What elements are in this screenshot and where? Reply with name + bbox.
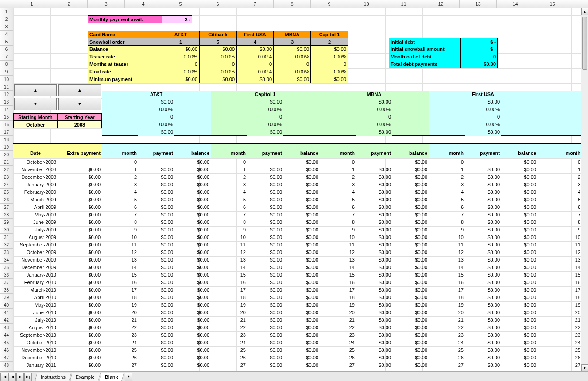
extra-payment-cell[interactable]: $0.00: [58, 256, 102, 264]
row-header[interactable]: 12: [0, 91, 13, 98]
card-body-cell[interactable]: 0: [236, 61, 274, 68]
row-header[interactable]: 31: [0, 234, 13, 241]
starting-month-value[interactable]: October: [13, 121, 58, 128]
row-header[interactable]: 32: [0, 241, 13, 249]
snowball-order-cell[interactable]: 3: [274, 38, 311, 46]
year-up-button[interactable]: ▲: [58, 84, 101, 96]
extra-payment-cell[interactable]: $0.00: [58, 316, 102, 324]
row-header[interactable]: 27: [0, 204, 13, 211]
tab-nav-next[interactable]: ▶: [16, 373, 24, 381]
card-body-cell[interactable]: $0.00: [274, 76, 311, 83]
scroll-down-arrow[interactable]: ▼: [581, 364, 588, 371]
column-header[interactable]: 10: [348, 0, 385, 8]
row-header[interactable]: 22: [0, 166, 13, 173]
row-header[interactable]: 13: [0, 98, 13, 106]
row-header[interactable]: 7: [0, 53, 13, 61]
extra-payment-cell[interactable]: $0.00: [58, 219, 102, 226]
row-header[interactable]: 3: [0, 23, 13, 31]
row-header[interactable]: 4: [0, 31, 13, 38]
tab-nav-first[interactable]: |◀: [0, 373, 8, 381]
row-header[interactable]: 10: [0, 76, 13, 83]
row-header[interactable]: 24: [0, 181, 13, 189]
card-body-cell[interactable]: 0: [274, 61, 311, 68]
row-header[interactable]: 17: [0, 128, 13, 136]
card-body-cell[interactable]: $0.00: [311, 76, 348, 83]
row-header[interactable]: 2: [0, 15, 13, 23]
year-down-button[interactable]: ▼: [58, 98, 101, 110]
month-down-button[interactable]: ▼: [14, 98, 57, 110]
tab-nav-prev[interactable]: ◀: [8, 373, 16, 381]
card-body-cell[interactable]: $0.00: [236, 76, 274, 83]
row-header[interactable]: 38: [0, 286, 13, 294]
tab-new-icon[interactable]: ✦: [125, 373, 132, 381]
card-body-cell[interactable]: 0.00%: [311, 53, 348, 61]
card-body-cell[interactable]: $0.00: [162, 46, 199, 53]
row-header[interactable]: 28: [0, 211, 13, 219]
row-header[interactable]: 23: [0, 173, 13, 181]
column-header[interactable]: 4: [125, 0, 162, 8]
row-header[interactable]: 18: [0, 136, 13, 143]
card-body-cell[interactable]: 0.00%: [199, 68, 236, 76]
row-header[interactable]: 39: [0, 294, 13, 301]
row-header[interactable]: 15: [0, 113, 13, 121]
extra-payment-cell[interactable]: $0.00: [58, 339, 102, 346]
card-body-cell[interactable]: $0.00: [162, 76, 199, 83]
card-body-cell[interactable]: 0.00%: [311, 68, 348, 76]
column-header[interactable]: 13: [460, 0, 497, 8]
scroll-up-arrow[interactable]: ▲: [581, 8, 588, 15]
extra-payment-cell[interactable]: $0.00: [58, 249, 102, 256]
row-header[interactable]: 43: [0, 324, 13, 331]
extra-payment-cell[interactable]: $0.00: [58, 234, 102, 241]
tab-nav-last[interactable]: ▶|: [24, 373, 32, 381]
card-body-cell[interactable]: 0.00%: [199, 53, 236, 61]
card-body-cell[interactable]: 0.00%: [236, 68, 274, 76]
extra-payment-cell[interactable]: $0.00: [58, 309, 102, 316]
row-header[interactable]: 35: [0, 264, 13, 271]
extra-payment-cell[interactable]: $0.00: [58, 294, 102, 301]
extra-payment-cell[interactable]: $0.00: [58, 362, 102, 369]
column-header[interactable]: 5: [162, 0, 199, 8]
row-header[interactable]: 33: [0, 249, 13, 256]
card-body-cell[interactable]: 0.00%: [236, 53, 274, 61]
starting-year-value[interactable]: 2008: [58, 121, 102, 128]
extra-payment-cell[interactable]: $0.00: [58, 279, 102, 286]
row-header[interactable]: 46: [0, 346, 13, 354]
row-header[interactable]: 36: [0, 271, 13, 279]
select-all-corner[interactable]: [0, 0, 13, 8]
card-body-cell[interactable]: $0.00: [236, 46, 274, 53]
extra-payment-cell[interactable]: $0.00: [58, 271, 102, 279]
card-body-cell[interactable]: $0.00: [274, 46, 311, 53]
row-header[interactable]: 5: [0, 38, 13, 46]
card-body-cell[interactable]: 0: [311, 61, 348, 68]
column-header[interactable]: 14: [497, 0, 534, 8]
tab-instructions[interactable]: Instructions: [35, 373, 71, 381]
row-header[interactable]: 34: [0, 256, 13, 264]
row-header[interactable]: 48: [0, 362, 13, 369]
extra-payment-cell[interactable]: $0.00: [58, 346, 102, 354]
spreadsheet-grid[interactable]: Monthly payment avail. $ - Card Name AT&…: [13, 8, 588, 371]
column-header[interactable]: 11: [385, 0, 422, 8]
extra-payment-cell[interactable]: $0.00: [58, 286, 102, 294]
row-header[interactable]: 6: [0, 46, 13, 53]
card-body-cell[interactable]: 0.00%: [162, 68, 199, 76]
extra-payment-cell[interactable]: $0.00: [58, 324, 102, 331]
extra-payment-cell[interactable]: $0.00: [58, 189, 102, 196]
month-up-button[interactable]: ▲: [14, 84, 57, 96]
column-header[interactable]: 6: [199, 0, 236, 8]
extra-payment-cell[interactable]: $0.00: [58, 331, 102, 339]
extra-payment-cell[interactable]: $0.00: [58, 173, 102, 181]
extra-payment-cell[interactable]: $0.00: [58, 241, 102, 249]
card-body-cell[interactable]: $0.00: [311, 46, 348, 53]
snowball-order-cell[interactable]: 4: [236, 38, 274, 46]
column-header[interactable]: 3: [88, 0, 125, 8]
row-header[interactable]: 37: [0, 279, 13, 286]
row-header[interactable]: 41: [0, 309, 13, 316]
extra-payment-cell[interactable]: $0.00: [58, 301, 102, 309]
extra-payment-cell[interactable]: $0.00: [58, 354, 102, 362]
extra-payment-cell[interactable]: $0.00: [58, 264, 102, 271]
card-body-cell[interactable]: 0: [162, 61, 199, 68]
column-header[interactable]: 7: [236, 0, 274, 8]
column-header[interactable]: 1: [13, 0, 50, 8]
tab-example[interactable]: Example: [70, 373, 101, 381]
row-header[interactable]: 47: [0, 354, 13, 362]
